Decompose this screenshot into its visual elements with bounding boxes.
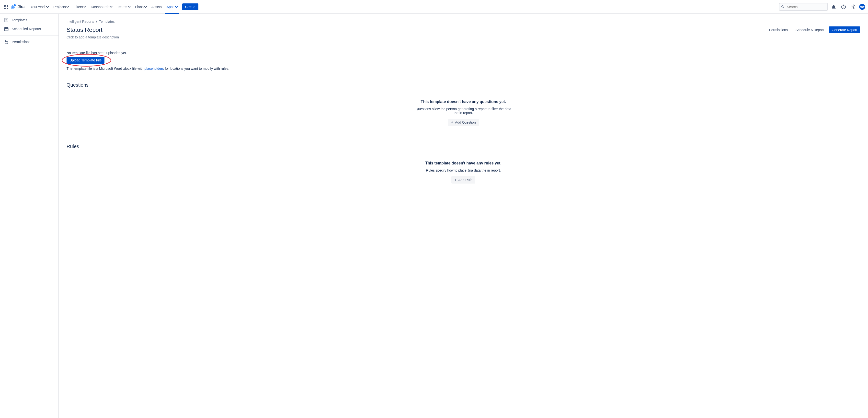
main-content: Intelligent Reports / Templates Status R… <box>59 14 868 418</box>
permissions-button[interactable]: Permissions <box>766 26 790 33</box>
chevron-down-icon <box>175 5 178 8</box>
settings-icon[interactable] <box>849 3 857 11</box>
description-placeholder[interactable]: Click to add a template description <box>66 35 860 39</box>
calendar-icon <box>4 26 9 31</box>
page-title: Status Report <box>66 26 102 33</box>
nav-item-plans[interactable]: Plans <box>133 4 149 10</box>
file-icon <box>4 18 9 23</box>
top-nav: Jira Your workProjectsFiltersDashboardsT… <box>0 0 868 14</box>
plus-icon: + <box>454 178 457 182</box>
create-button[interactable]: Create <box>182 3 198 10</box>
jira-logo-text: Jira <box>18 5 25 9</box>
nav-item-apps[interactable]: Apps <box>165 4 179 10</box>
empty-desc: Questions allow the person generating a … <box>414 107 512 115</box>
search-input[interactable] <box>779 3 828 11</box>
chevron-down-icon <box>144 5 147 8</box>
sidebar-item-label: Templates <box>12 18 27 22</box>
upload-template-file-button[interactable]: Upload Template File <box>66 57 104 64</box>
upload-section: No template file has been uploaded yet. … <box>66 51 860 70</box>
placeholders-link[interactable]: placeholders <box>145 66 164 70</box>
nav-item-dashboards[interactable]: Dashboards <box>89 4 114 10</box>
notifications-icon[interactable] <box>830 3 838 11</box>
chevron-down-icon <box>66 5 69 8</box>
add-rule-button[interactable]: + Add Rule <box>452 176 475 183</box>
rules-heading: Rules <box>66 144 860 149</box>
sidebar-item-templates[interactable]: Templates <box>0 16 59 25</box>
rules-empty-state: This template doesn't have any rules yet… <box>66 157 860 195</box>
schedule-report-button[interactable]: Schedule A Report <box>793 26 827 33</box>
breadcrumb-item[interactable]: Intelligent Reports <box>66 20 94 24</box>
nav-item-teams[interactable]: Teams <box>115 4 132 10</box>
nav-item-filters[interactable]: Filters <box>72 4 88 10</box>
app-switcher-icon[interactable] <box>3 4 9 10</box>
jira-icon <box>11 3 17 10</box>
breadcrumb-item[interactable]: Templates <box>99 20 115 24</box>
chevron-down-icon <box>46 5 49 8</box>
chevron-down-icon <box>84 5 86 8</box>
sidebar-item-permissions[interactable]: Permissions <box>0 37 59 46</box>
nav-item-assets[interactable]: Assets <box>150 4 164 10</box>
chevron-down-icon <box>110 5 113 8</box>
questions-heading: Questions <box>66 82 860 88</box>
sidebar-item-scheduled-reports[interactable]: Scheduled Reports <box>0 25 59 33</box>
breadcrumb: Intelligent Reports / Templates <box>66 20 860 24</box>
lock-icon <box>4 39 9 44</box>
no-file-message: No template file has been uploaded yet. <box>66 51 860 55</box>
empty-desc: Rules specify how to place Jira data the… <box>414 168 512 172</box>
svg-rect-9 <box>5 27 8 31</box>
nav-right: MW <box>779 3 865 11</box>
help-icon[interactable] <box>840 3 847 11</box>
search-icon <box>781 5 785 9</box>
sidebar-item-label: Permissions <box>12 40 30 44</box>
svg-point-0 <box>782 5 784 8</box>
jira-logo[interactable]: Jira <box>11 3 25 10</box>
nav-item-your-work[interactable]: Your work <box>28 4 51 10</box>
chevron-down-icon <box>128 5 130 8</box>
add-question-button[interactable]: + Add Question <box>448 119 478 126</box>
page-header: Status Report Permissions Schedule A Rep… <box>66 26 860 33</box>
template-note: The template file is a Microsoft Word .d… <box>66 66 860 70</box>
generate-report-button[interactable]: Generate Report <box>829 26 860 33</box>
nav-item-projects[interactable]: Projects <box>51 4 71 10</box>
svg-rect-13 <box>5 41 8 43</box>
header-actions: Permissions Schedule A Report Generate R… <box>766 26 860 33</box>
questions-empty-state: This template doesn't have any questions… <box>66 96 860 138</box>
avatar[interactable]: MW <box>859 4 865 10</box>
nav-items: Your workProjectsFiltersDashboardsTeamsP… <box>28 4 179 10</box>
search-box <box>779 3 828 11</box>
sidebar-item-label: Scheduled Reports <box>12 27 41 31</box>
svg-line-1 <box>784 8 784 8</box>
plus-icon: + <box>451 120 454 125</box>
breadcrumb-separator: / <box>96 20 97 24</box>
empty-title: This template doesn't have any questions… <box>66 99 860 104</box>
empty-title: This template doesn't have any rules yet… <box>66 161 860 166</box>
svg-point-4 <box>853 6 854 7</box>
sidebar: Templates Scheduled Reports Permissions <box>0 14 59 418</box>
